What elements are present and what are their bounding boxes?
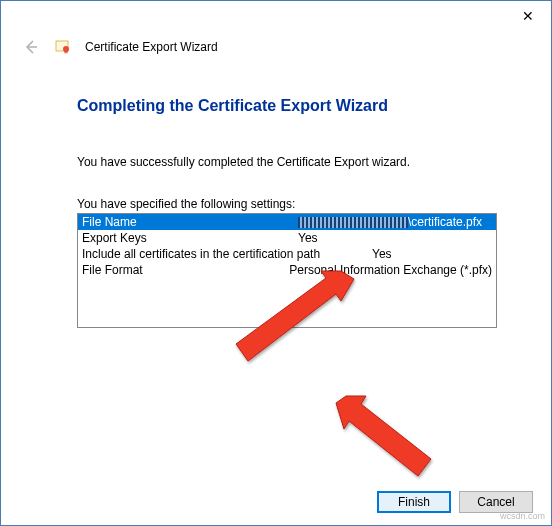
cancel-button[interactable]: Cancel bbox=[459, 491, 533, 513]
settings-label: You have specified the following setting… bbox=[77, 197, 513, 211]
watermark: wcsdn.com bbox=[500, 511, 545, 521]
wizard-content: Completing the Certificate Export Wizard… bbox=[1, 67, 551, 328]
settings-value: Yes bbox=[298, 230, 492, 246]
settings-row-exportkeys[interactable]: Export Keys Yes bbox=[78, 230, 496, 246]
success-message: You have successfully completed the Cert… bbox=[77, 155, 513, 169]
settings-key: File Name bbox=[82, 214, 298, 230]
wizard-header: Certificate Export Wizard bbox=[1, 37, 551, 67]
wizard-window: ✕ Certificate Export Wizard Completing t… bbox=[0, 0, 552, 526]
wizard-footer: Finish Cancel bbox=[377, 491, 533, 513]
titlebar: ✕ bbox=[1, 1, 551, 37]
settings-value: \certificate.pfx bbox=[298, 214, 492, 230]
settings-key: Export Keys bbox=[82, 230, 298, 246]
redacted-path bbox=[298, 217, 408, 228]
close-button[interactable]: ✕ bbox=[505, 1, 551, 31]
svg-marker-4 bbox=[336, 396, 431, 476]
settings-row-fileformat[interactable]: File Format Personal Information Exchang… bbox=[78, 262, 496, 278]
back-arrow-icon bbox=[21, 37, 41, 57]
page-heading: Completing the Certificate Export Wizard bbox=[77, 97, 513, 115]
settings-list[interactable]: File Name \certificate.pfx Export Keys Y… bbox=[77, 213, 497, 328]
settings-key: Include all certificates in the certific… bbox=[82, 246, 372, 262]
settings-value: Yes bbox=[372, 246, 492, 262]
settings-key: File Format bbox=[82, 262, 289, 278]
annotation-arrow-2 bbox=[331, 391, 441, 491]
settings-value: Personal Information Exchange (*.pfx) bbox=[289, 262, 492, 278]
wizard-title: Certificate Export Wizard bbox=[85, 40, 218, 54]
finish-button[interactable]: Finish bbox=[377, 491, 451, 513]
settings-row-filename[interactable]: File Name \certificate.pfx bbox=[78, 214, 496, 230]
settings-row-includeall[interactable]: Include all certificates in the certific… bbox=[78, 246, 496, 262]
certificate-icon bbox=[55, 39, 71, 55]
